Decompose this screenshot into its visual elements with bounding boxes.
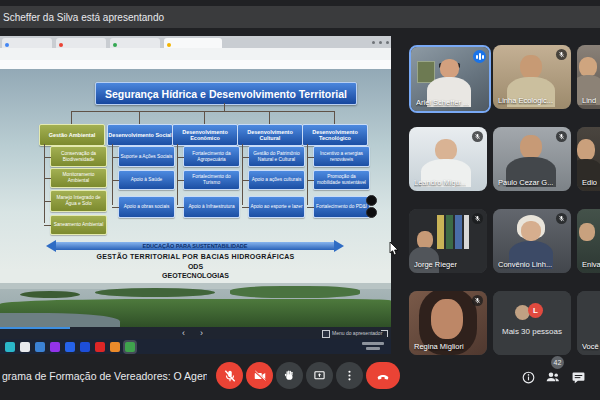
taskbar-clock — [362, 342, 384, 345]
presenting-banner: Scheffer da Silva está apresentando — [0, 6, 600, 28]
participant-tile[interactable]: Ariel Scheffer ... — [409, 45, 491, 113]
participant-video: L — [493, 291, 571, 355]
mic-off-icon — [223, 369, 237, 383]
slide-nav-up-icon — [366, 195, 377, 206]
chart-box: Conservação da Biodiversidade — [50, 146, 107, 167]
browser-tab — [110, 38, 160, 48]
more-vert-icon — [343, 369, 356, 382]
mic-off-icon — [556, 213, 567, 224]
participant-name: Linha Ecologic... — [498, 96, 553, 105]
chart-box-header: Desenvolvimento Econômico — [172, 124, 238, 146]
mic-off-icon — [556, 131, 567, 142]
participant-tile[interactable]: Jorge Rieger — [409, 209, 487, 273]
next-slide-button[interactable]: › — [200, 327, 203, 339]
participant-tile[interactable]: Linha Ecologic... — [493, 45, 571, 109]
participant-tile[interactable]: Eniva — [577, 209, 600, 273]
avatar-initial: L — [528, 303, 543, 318]
speaking-indicator-icon — [473, 50, 486, 63]
taskbar-app-icon[interactable] — [50, 342, 60, 352]
avatar — [521, 221, 541, 241]
mic-toggle-button[interactable] — [216, 362, 243, 389]
connector-line — [204, 111, 205, 124]
window-minimize-icon — [372, 41, 375, 44]
taskbar-app-icon[interactable] — [20, 342, 30, 352]
flag — [437, 215, 444, 249]
taskbar-app-icon-active[interactable] — [125, 342, 135, 352]
connector-line — [334, 111, 335, 124]
landscape-photo — [0, 283, 391, 327]
previous-slide-button[interactable]: ‹ — [182, 327, 185, 339]
camera-off-icon — [253, 369, 267, 383]
participant-name: Edio — [582, 178, 597, 187]
participant-tile[interactable]: Paulo Cezar G... — [493, 127, 571, 191]
browser-tab-strip — [0, 36, 391, 48]
slide-nav-down-icon — [366, 207, 377, 218]
avatar — [520, 55, 542, 79]
chart-box: Apoio à Infraestrutura — [183, 196, 240, 218]
mic-off-icon — [556, 49, 567, 60]
window-close-icon — [386, 41, 389, 44]
more-options-button[interactable] — [336, 362, 363, 389]
mic-off-icon — [472, 131, 483, 142]
chart-box: Incentivo a energias renováveis — [313, 146, 370, 167]
bookmarks-bar — [0, 60, 391, 69]
participant-tile[interactable]: Regina Migliori — [409, 291, 487, 355]
participant-name: Ariel Scheffer ... — [416, 98, 469, 107]
participant-tile[interactable]: Lind — [577, 45, 600, 109]
participant-tile[interactable]: Edio — [577, 127, 600, 191]
progress-bar — [0, 327, 70, 329]
connector-line — [71, 111, 72, 124]
chart-box: Apoio à Saúde — [118, 170, 175, 190]
taskbar-app-icon[interactable] — [80, 342, 90, 352]
chart-box: Apoio a obras sociais — [118, 196, 175, 218]
connector-line — [139, 111, 140, 124]
meeting-name: grama de Formação de Vereadores: O Agen.… — [2, 370, 207, 382]
landscape-island — [20, 291, 80, 298]
taskbar — [0, 339, 391, 354]
chart-box: Fortalecimento da Agropecuária — [183, 146, 240, 167]
end-call-button[interactable] — [366, 362, 400, 389]
participant-name: Jorge Rieger — [414, 260, 457, 269]
camera-toggle-button[interactable] — [246, 362, 273, 389]
taskbar-app-icon[interactable] — [110, 342, 120, 352]
browser-tab-active — [164, 38, 222, 48]
chat-icon — [571, 370, 586, 385]
taskbar-date — [366, 347, 380, 350]
chart-box: Suporte a Ações Sociais — [118, 146, 175, 167]
chart-box-header: Desenvolvimento Social — [107, 124, 173, 146]
chart-box: Fortalecimento do Turismo — [183, 170, 240, 190]
avatar — [577, 139, 595, 161]
fullscreen-icon[interactable] — [381, 330, 388, 337]
meeting-details-button[interactable] — [519, 368, 537, 386]
raise-hand-button[interactable] — [276, 362, 303, 389]
avatar — [431, 299, 463, 339]
connector-line — [307, 144, 308, 205]
shared-screen: Segurança Hídrica e Desenvolvimento Terr… — [0, 36, 391, 354]
participants-button[interactable] — [544, 368, 562, 386]
taskbar-app-icon[interactable] — [65, 342, 75, 352]
chart-box: Fortalecimento do PD&I — [313, 196, 370, 218]
chart-box: Monitoramento Ambiental — [50, 168, 107, 188]
connector-line — [71, 111, 335, 112]
self-view-tile[interactable]: Você — [577, 291, 600, 355]
chart-box-header: Gestão Ambiental — [39, 124, 105, 146]
taskbar-app-icon[interactable] — [35, 342, 45, 352]
participant-name: Lind — [582, 96, 596, 105]
presenter-menu-label[interactable]: Menu do apresentador — [332, 330, 382, 336]
taskbar-app-icon[interactable] — [5, 342, 15, 352]
presenting-text: Scheffer da Silva está apresentando — [0, 12, 164, 23]
chat-button[interactable] — [569, 368, 587, 386]
taskbar-app-icon[interactable] — [95, 342, 105, 352]
present-button[interactable] — [306, 362, 333, 389]
chart-box: Apoio ao esporte e lazer — [248, 196, 305, 218]
connector-line — [224, 103, 225, 111]
mic-off-icon — [472, 295, 483, 306]
browser-url-bar — [0, 48, 391, 60]
participant-tile[interactable]: Convênio Linh... — [493, 209, 571, 273]
participant-name: Paulo Cezar G... — [498, 178, 553, 187]
overflow-participants-tile[interactable]: L Mais 30 pessoas — [493, 291, 571, 355]
flag — [464, 215, 469, 249]
participant-tile[interactable]: Leandro Migu... — [409, 127, 487, 191]
slide-footer-line: GEOTECNOLOGIAS — [0, 272, 391, 279]
hand-icon — [283, 369, 296, 382]
